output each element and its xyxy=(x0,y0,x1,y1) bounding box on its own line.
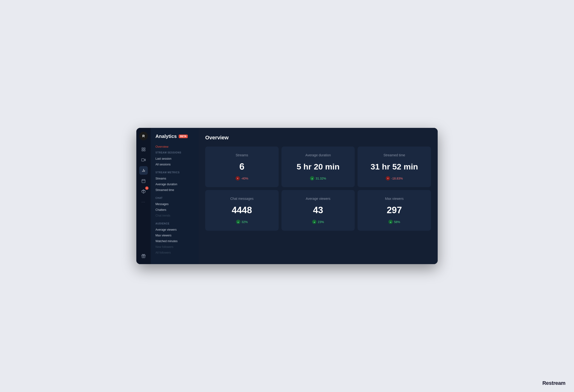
app-title-area: Analytics Beta xyxy=(151,133,199,144)
metrics-grid: Streams 6 ▼ -40% Average duration 5 hr 2… xyxy=(205,147,431,231)
metric-value-streams: 6 xyxy=(239,162,245,171)
sidebar-icon-dashboard[interactable] xyxy=(139,145,148,154)
icon-sidebar: R xyxy=(136,128,151,264)
svg-rect-1 xyxy=(144,148,145,149)
sidebar-icon-gem[interactable]: 1 xyxy=(139,187,148,196)
section-header-chat: Chat xyxy=(155,197,194,199)
arrow-up-icon-3: ▲ xyxy=(312,220,316,224)
nav-messages[interactable]: Messages xyxy=(155,201,194,207)
sidebar-icon-camera[interactable] xyxy=(139,156,148,164)
svg-rect-4 xyxy=(142,159,144,161)
metric-card-max-viewers: Max viewers 297 ▲ 58% xyxy=(358,190,431,231)
arrow-up-icon-2: ▲ xyxy=(236,220,240,224)
sidebar-icon-analytics[interactable] xyxy=(139,166,148,175)
nav-section-audience: Audience Average viewers Max viewers Wat… xyxy=(151,222,199,255)
nav-chat-trends: Chat trends xyxy=(155,213,194,218)
nav-average-duration[interactable]: Average duration xyxy=(155,181,194,187)
nav-chatters[interactable]: Chatters xyxy=(155,207,194,213)
svg-rect-2 xyxy=(142,150,143,151)
nav-last-session[interactable]: Last session xyxy=(155,156,194,162)
nav-section-stream-sessions: Stream Sessions Last session All session… xyxy=(151,151,199,167)
logo-button[interactable]: R xyxy=(139,132,148,140)
metric-change-streams: ▼ -40% xyxy=(236,176,248,180)
change-text-streams: -40% xyxy=(241,177,248,180)
section-header-audience: Audience xyxy=(155,222,194,225)
watermark: Restream xyxy=(542,380,565,386)
section-header-stream-sessions: Stream Sessions xyxy=(155,151,194,154)
metric-change-max-viewers: ▲ 58% xyxy=(389,220,400,224)
logo-letter: R xyxy=(142,134,145,138)
metric-value-avg-viewers: 43 xyxy=(313,206,323,215)
nav-section-chat: Chat Messages Chatters Chat trends xyxy=(151,197,199,218)
main-content: Overview Streams 6 ▼ -40% Average durati… xyxy=(199,128,438,264)
arrow-up-icon: ▲ xyxy=(310,176,314,180)
metric-label-chat-messages: Chat messages xyxy=(230,197,253,200)
metric-card-streams: Streams 6 ▼ -40% xyxy=(205,147,279,187)
metric-change-streamed-time: ▼ -18.83% xyxy=(386,176,403,180)
nav-overview[interactable]: Overview xyxy=(151,144,199,151)
metric-card-chat-messages: Chat messages 4448 ▲ 32% xyxy=(205,190,279,231)
metric-label-streams: Streams xyxy=(236,153,248,157)
change-text-chat-messages: 32% xyxy=(242,220,248,224)
metric-value-streamed-time: 31 hr 52 min xyxy=(370,162,418,171)
nav-streamed-time[interactable]: Streamed time xyxy=(155,187,194,193)
nav-average-viewers[interactable]: Average viewers xyxy=(155,227,194,233)
app-window: R xyxy=(136,128,438,264)
metric-change-avg-duration: ▲ 31.32% xyxy=(310,176,326,180)
svg-rect-3 xyxy=(144,150,145,151)
metric-card-avg-duration: Average duration 5 hr 20 min ▲ 31.32% xyxy=(282,147,355,187)
metric-label-avg-duration: Average duration xyxy=(306,153,331,157)
sidebar-icon-calendar[interactable] xyxy=(139,177,148,185)
nav-new-followers: New followers xyxy=(155,244,194,250)
arrow-down-icon: ▼ xyxy=(236,176,240,180)
metric-card-streamed-time: Streamed time 31 hr 52 min ▼ -18.83% xyxy=(358,147,431,187)
metric-change-chat-messages: ▲ 32% xyxy=(236,220,248,224)
beta-badge: Beta xyxy=(179,135,188,138)
metric-change-avg-viewers: ▲ 23% xyxy=(312,220,324,224)
metric-value-max-viewers: 297 xyxy=(387,206,402,215)
nav-watched-minutes[interactable]: Watched minutes xyxy=(155,238,194,244)
metric-label-max-viewers: Max viewers xyxy=(385,197,404,200)
metric-value-chat-messages: 4448 xyxy=(232,206,252,215)
change-text-max-viewers: 58% xyxy=(394,220,400,224)
page-title: Overview xyxy=(205,135,431,141)
nav-max-viewers[interactable]: Max viewers xyxy=(155,233,194,238)
nav-all-followers: All followers xyxy=(155,250,194,255)
nav-streams[interactable]: Streams xyxy=(155,176,194,181)
change-text-avg-duration: 31.32% xyxy=(315,177,326,180)
arrow-up-icon-4: ▲ xyxy=(389,220,393,224)
metric-value-avg-duration: 5 hr 20 min xyxy=(297,162,340,171)
svg-rect-8 xyxy=(142,179,145,183)
change-text-streamed-time: -18.83% xyxy=(391,177,403,180)
left-nav: Analytics Beta Overview Stream Sessions … xyxy=(151,128,199,264)
nav-section-stream-metrics: Stream Metrics Streams Average duration … xyxy=(151,171,199,193)
notification-badge: 1 xyxy=(145,186,148,190)
metric-label-avg-viewers: Average viewers xyxy=(306,197,330,200)
sidebar-icon-more[interactable]: ··· xyxy=(139,198,148,206)
nav-all-sessions[interactable]: All sessions xyxy=(155,162,194,167)
sidebar-icon-gift[interactable] xyxy=(139,252,148,260)
metric-card-avg-viewers: Average viewers 43 ▲ 23% xyxy=(282,190,355,231)
change-text-avg-viewers: 23% xyxy=(318,220,324,224)
svg-rect-0 xyxy=(142,148,143,149)
section-header-stream-metrics: Stream Metrics xyxy=(155,171,194,174)
app-title: Analytics xyxy=(155,134,177,139)
metric-label-streamed-time: Streamed time xyxy=(383,153,405,157)
arrow-down-icon-2: ▼ xyxy=(386,176,390,180)
